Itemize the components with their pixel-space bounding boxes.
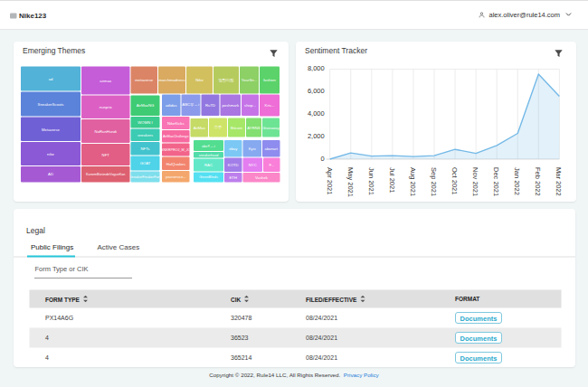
svg-text:Aug 2021: Aug 2021 [409,167,417,196]
svg-text:Feb 2022: Feb 2022 [534,167,542,196]
svg-text:0: 0 [321,155,325,163]
svg-text:Apr 2021: Apr 2021 [326,167,334,194]
svg-text:4,000: 4,000 [308,109,325,118]
svg-text:Nov 2021: Nov 2021 [471,167,479,196]
svg-text:May 2021: May 2021 [346,167,355,197]
svg-text:Sep 2021: Sep 2021 [430,167,438,196]
svg-text:Dec 2021: Dec 2021 [492,167,500,196]
svg-text:Jan 2022: Jan 2022 [513,167,521,195]
svg-text:2,000: 2,000 [308,132,325,140]
svg-text:6,000: 6,000 [308,87,325,95]
svg-text:Jun 2021: Jun 2021 [367,167,375,195]
svg-text:Oct 2021: Oct 2021 [450,167,459,194]
svg-text:8,000: 8,000 [308,64,325,72]
svg-text:Jul 2021: Jul 2021 [388,167,396,193]
svg-text:Mar 2022: Mar 2022 [555,167,563,196]
